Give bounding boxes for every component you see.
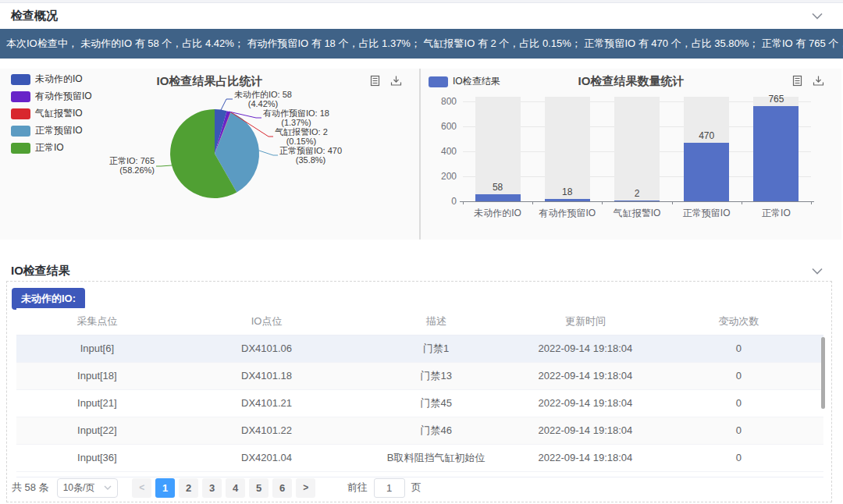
- table-cell: 门禁46: [355, 417, 517, 444]
- page-number-button[interactable]: 2: [179, 478, 198, 498]
- table-column-header: 更新时间: [517, 308, 654, 335]
- table-cell: 门禁45: [355, 389, 517, 417]
- bar: [684, 143, 729, 201]
- table-cell: 0: [654, 362, 823, 389]
- x-axis-category-label: 正常IO: [741, 207, 811, 220]
- bar-value-label: 470: [683, 130, 730, 141]
- x-axis-category-label: 有动作预留IO: [532, 207, 603, 220]
- charts-row: IO检查结果占比统计 未动作的IO有动作预留IO气缸报警IO正常预留IO正常IO…: [0, 69, 843, 240]
- pie-chart-card: IO检查结果占比统计 未动作的IO有动作预留IO气缸报警IO正常预留IO正常IO…: [0, 69, 419, 240]
- legend-label: 正常预留IO: [35, 124, 83, 137]
- pie-legend-item[interactable]: 有动作预留IO: [11, 91, 92, 102]
- category-badge[interactable]: 未动作的IO:: [12, 288, 85, 310]
- table-cell: 0: [654, 335, 823, 362]
- table-cell: DX4101.18: [178, 362, 355, 389]
- legend-swatch: [11, 74, 30, 85]
- table-cell: DX4201.04: [178, 444, 355, 471]
- table-column-header: IO点位: [178, 308, 355, 335]
- legend-swatch: [11, 108, 30, 119]
- bar-background-band: [545, 97, 590, 201]
- select-chevron-icon: [104, 485, 112, 490]
- x-axis-tick: [742, 201, 742, 204]
- io-inspection-page: 检查概况 本次IO检查中， 未动作的IO 有 58 个，占比 4.42%； 有动…: [0, 0, 843, 504]
- table-cell: 门禁1: [355, 335, 517, 362]
- page-size-select[interactable]: 10条/页: [57, 478, 118, 498]
- table-row: Input[6]DX4101.06门禁12022-09-14 19:18:040: [16, 335, 823, 362]
- bar-chart: 020040060080058未动作的IO18有动作预留IO2气缸报警IO470…: [421, 69, 841, 240]
- pie-slice-label: 正常IO: 765(58.26%): [83, 156, 155, 175]
- bar-value-label: 2: [614, 188, 660, 199]
- bar: [753, 106, 799, 201]
- data-view-icon[interactable]: [369, 75, 381, 87]
- results-section-title: IO检查结果: [11, 264, 70, 279]
- table-row: Input[22]DX4101.22门禁462022-09-14 19:18:0…: [16, 417, 823, 444]
- legend-label: 气缸报警IO: [35, 107, 83, 120]
- legend-swatch: [11, 91, 30, 102]
- top-divider: [0, 0, 843, 3]
- summary-banner-text: 本次IO检查中， 未动作的IO 有 58 个，占比 4.42%； 有动作预留IO…: [6, 37, 843, 51]
- pie-legend-item[interactable]: 气缸报警IO: [11, 108, 92, 119]
- pie-slice-label: 正常预留IO: 470(35.8%): [279, 146, 342, 165]
- table-cell: Input[22]: [16, 417, 178, 444]
- table-cell: Input[21]: [16, 389, 178, 417]
- page-size-value: 10条/页: [63, 481, 95, 495]
- x-axis-tick: [532, 201, 533, 204]
- next-page-button[interactable]: >: [296, 478, 315, 498]
- bar-background-band: [614, 97, 660, 201]
- x-axis-category-label: 正常预留IO: [671, 207, 742, 220]
- collapse-overview-chevron-icon[interactable]: [812, 12, 823, 20]
- bar-legend-item[interactable]: IO检查结果: [429, 75, 500, 88]
- table-scrollbar[interactable]: [821, 337, 825, 409]
- save-as-image-icon[interactable]: [390, 75, 402, 87]
- pie-slice-label: 未动作的IO: 58(4.42%): [234, 90, 292, 108]
- table-row: Input[18]DX4101.18门禁132022-09-14 19:18:0…: [16, 362, 823, 389]
- page-number-button[interactable]: 6: [272, 478, 292, 498]
- x-axis-category-label: 气缸报警IO: [602, 207, 672, 220]
- pie-label-leader-line: [221, 99, 233, 110]
- pagination: 共 58 条 10条/页 < 123456 > 前往 页: [12, 477, 422, 498]
- pie-legend: 未动作的IO有动作预留IO气缸报警IO正常预留IO正常IO: [11, 73, 92, 159]
- io-results-table: 采集点位IO点位描述更新时间变动次数 Input[6]DX4101.06门禁12…: [16, 308, 823, 472]
- x-axis-tick: [672, 201, 673, 204]
- bar-legend-swatch: [429, 76, 448, 87]
- table-cell: 0: [654, 444, 823, 471]
- page-number-button[interactable]: 4: [226, 478, 245, 498]
- table-cell: B取料阻挡气缸初始位: [355, 444, 517, 471]
- table-cell: 2022-09-14 19:18:04: [517, 417, 654, 444]
- legend-label: 未动作的IO: [35, 73, 83, 86]
- pie-legend-item[interactable]: 正常IO: [11, 142, 92, 154]
- table-cell: DX4101.22: [178, 417, 355, 444]
- bar-legend-label: IO检查结果: [453, 75, 500, 88]
- data-view-icon[interactable]: [791, 75, 803, 87]
- pie-legend-item[interactable]: 正常预留IO: [11, 125, 92, 137]
- table-cell: Input[6]: [16, 335, 178, 362]
- table-cell: 门禁13: [355, 362, 517, 389]
- pie-label-leader-line: [259, 151, 278, 155]
- table-cell: DX4101.21: [178, 389, 355, 417]
- table-cell: DX4101.06: [178, 335, 355, 362]
- page-number-button[interactable]: 1: [155, 478, 175, 498]
- table-cell: Input[18]: [16, 362, 178, 389]
- x-axis-line: [460, 201, 814, 202]
- pie-legend-item[interactable]: 未动作的IO: [11, 73, 92, 85]
- table-row: Input[21]DX4101.21门禁452022-09-14 19:18:0…: [16, 389, 823, 417]
- goto-label: 前往: [347, 481, 368, 495]
- goto-page-input[interactable]: [374, 478, 405, 498]
- x-axis-tick: [602, 201, 603, 204]
- x-axis-category-label: 未动作的IO: [463, 207, 533, 220]
- pagination-total: 共 58 条: [12, 481, 49, 495]
- table-cell: 2022-09-14 19:18:04: [517, 444, 654, 471]
- collapse-results-chevron-icon[interactable]: [812, 268, 823, 275]
- save-as-image-icon[interactable]: [813, 75, 824, 87]
- table-cell: 2022-09-14 19:18:04: [517, 335, 654, 362]
- bar-value-label: 58: [475, 182, 521, 193]
- table-cell: 0: [654, 389, 823, 417]
- overview-section-title: 检查概况: [11, 9, 58, 23]
- table-column-header: 采集点位: [16, 308, 178, 335]
- y-axis-tick-label: 800: [433, 96, 457, 107]
- goto-page-suffix: 页: [411, 481, 422, 495]
- page-number-button[interactable]: 5: [249, 478, 269, 498]
- prev-page-button[interactable]: <: [132, 478, 151, 498]
- table-cell: 2022-09-14 19:18:04: [517, 362, 654, 389]
- page-number-button[interactable]: 3: [202, 478, 222, 498]
